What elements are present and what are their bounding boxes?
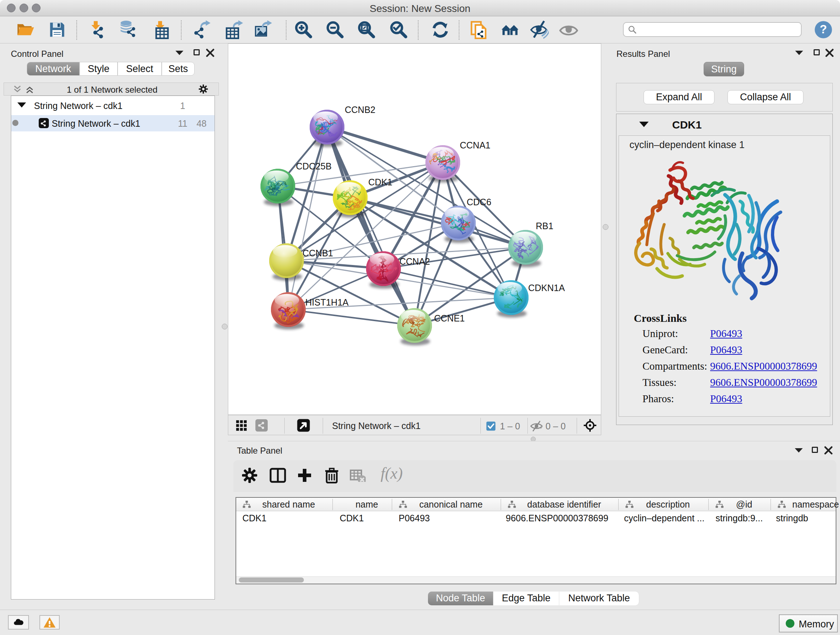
svg-text:CDC6: CDC6	[467, 197, 491, 207]
svg-text:CCNA1: CCNA1	[460, 140, 491, 150]
svg-text:CCNE1: CCNE1	[434, 313, 465, 323]
svg-text:CCNB1: CCNB1	[302, 248, 333, 258]
svg-text:CCNB2: CCNB2	[345, 105, 376, 115]
svg-text:?: ?	[820, 23, 827, 36]
svg-text:CDC25B: CDC25B	[296, 161, 332, 171]
svg-text:HIST1H1A: HIST1H1A	[305, 297, 349, 307]
svg-text:CDKN1A: CDKN1A	[528, 283, 565, 293]
svg-text:RB1: RB1	[536, 221, 554, 231]
svg-text:CDK1: CDK1	[368, 177, 393, 187]
svg-text:CCNA2: CCNA2	[399, 256, 430, 266]
